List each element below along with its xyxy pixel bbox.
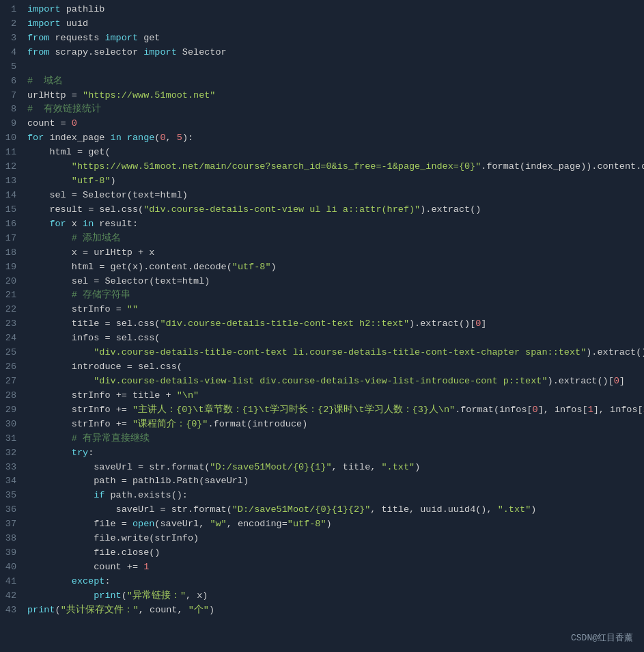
code-line: file.close() [27,546,639,560]
token-comment: # 有效链接统计 [27,104,101,114]
token-num: 0 [614,376,619,386]
token-kw: import [143,47,177,57]
code-line: strInfo += title + "\n" [27,389,639,403]
token-white: , [166,133,177,143]
line-number: 29 [4,403,16,418]
code-line: import pathlib [27,3,639,17]
code-line: for index_page in range(0, 5): [27,131,639,146]
token-white: sel [27,190,72,200]
token-white: title [127,390,166,400]
token-op: += [116,405,127,415]
code-line: file = open(saveUrl, "w", encoding="utf-… [27,517,639,532]
token-white [27,433,72,444]
token-white: get( [83,147,111,157]
token-white: pathlib [61,4,105,14]
token-string: "div.course-details-cont-view ul li a::a… [143,204,420,215]
token-white [171,390,177,400]
line-number: 30 [4,418,16,432]
token-white: pathlib.Path(saveUrl) [127,476,249,486]
code-line: except: [27,575,639,589]
line-number: 17 [4,232,16,246]
token-kw: import [104,33,138,43]
token-op: += [127,562,138,572]
line-number: 10 [4,131,16,146]
watermark: CSDN@红目香薰 [571,631,633,645]
token-white [27,233,72,243]
token-white [27,290,72,300]
token-white [27,176,72,186]
token-white: strInfo [27,304,116,314]
line-number: 13 [4,174,16,189]
token-white: strInfo [27,419,116,429]
token-white: ).extract()[ [548,376,614,386]
token-op: = [104,333,110,343]
token-string: "div.course-details-title-cont-text li.c… [94,347,586,357]
token-white: ): [182,133,193,143]
line-number: 36 [4,503,16,517]
token-white: count [27,118,61,128]
token-kw: for [49,219,66,229]
line-number: 23 [4,317,16,331]
token-white: html [27,262,99,272]
code-line: file.write(strInfo) [27,532,639,546]
token-string: "D:/save51Moot/{0}{1}" [210,462,331,472]
token-white: urlHttp [27,90,72,100]
line-number: 35 [4,489,16,503]
token-white: result: [94,219,138,229]
token-white: ).extract()[ [409,318,475,329]
code-line: saveUrl = str.format("D:/save51Moot/{0}{… [27,461,639,475]
token-white: sel.css( [94,204,143,215]
token-white: ) [415,462,420,472]
token-string: "utf-8" [232,262,271,272]
token-white: ) [271,262,277,272]
token-string: ".txt" [382,462,415,472]
token-string: "https://www.51moot.net" [83,90,215,100]
token-white: str.format( [166,504,232,515]
code-line: sel = Selector(text=html) [27,275,639,289]
code-line: x = urlHttp + x [27,246,639,260]
code-line: if path.exists(): [27,489,639,503]
code-line: "utf-8") [27,174,639,189]
token-white: ) [326,519,332,529]
code-line: try: [27,446,639,461]
token-white: saveUrl [27,504,160,515]
token-white: scrapy.selector [49,47,143,57]
line-number: 2 [4,17,16,31]
token-white: sel.css( [111,333,160,343]
token-white: introduce [27,362,127,372]
code-line: count = 0 [27,117,639,131]
token-white: .format(infos[ [455,405,532,415]
token-white: html) [182,276,210,286]
token-white: ] [619,376,625,386]
token-white [27,347,94,357]
token-white: strInfo [27,405,116,415]
code-line: sel = Selector(text=html) [27,189,639,203]
code-line: "https://www.51moot.net/main/course?sear… [27,160,639,174]
line-number: 11 [4,146,16,160]
token-op: = [83,247,88,258]
code-line: result = sel.css("div.course-details-con… [27,203,639,217]
token-op: = [116,304,122,314]
line-number: 25 [4,346,16,360]
token-white: ) [531,504,536,515]
token-white [27,219,49,229]
token-white: Selector(text [77,190,154,200]
token-white: index_page [44,133,110,143]
line-number: 39 [4,546,16,560]
token-white: , x) [186,590,208,601]
token-op: = [160,504,165,515]
line-number: 6 [4,74,16,89]
line-number: 8 [4,103,16,117]
token-white: sel [27,276,94,286]
token-kw: in [111,133,122,143]
token-op: + [166,390,171,400]
token-string: "共计保存文件：" [61,605,139,615]
code-line: path = pathlib.Path(saveUrl) [27,474,639,489]
code-line: print("异常链接：", x) [27,589,639,603]
line-number: 27 [4,375,16,389]
token-white [66,118,72,128]
code-line: strInfo += "课程简介：{0}".format(introduce) [27,418,639,432]
token-comment: # 有异常直接继续 [72,433,150,444]
code-line: strInfo = "" [27,303,639,317]
token-string: "utf-8" [288,519,326,529]
